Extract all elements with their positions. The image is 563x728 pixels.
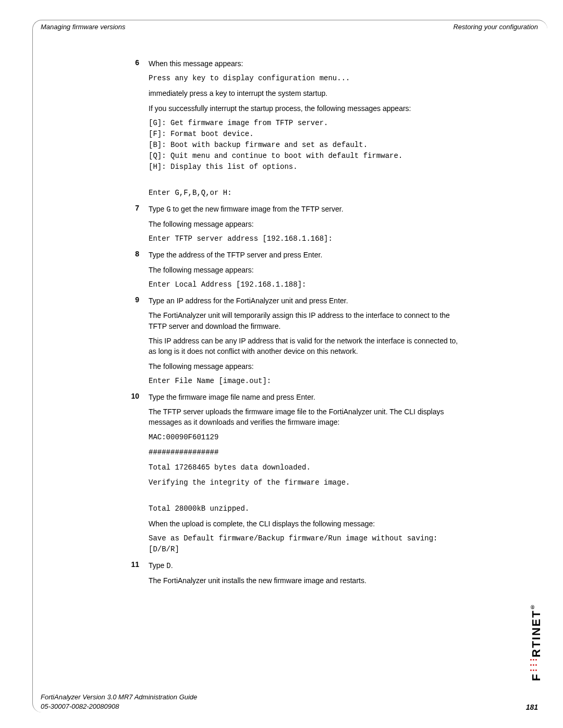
code-block: Total 17268465 bytes data downloaded. xyxy=(149,462,461,473)
step: 9Type an IP address for the FortiAnalyze… xyxy=(128,295,461,391)
paragraph: The following message appears: xyxy=(149,219,461,229)
footer-guide-title: FortiAnalyzer Version 3.0 MR7 Administra… xyxy=(41,693,538,702)
step-body: Type G to get the new firmware image fro… xyxy=(149,204,461,249)
paragraph: When this message appears: xyxy=(149,58,461,69)
paragraph: The following message appears: xyxy=(149,361,461,372)
code-block: Total 28000kB unzipped. xyxy=(149,492,461,514)
step-body: Type the address of the TFTP server and … xyxy=(149,250,461,294)
step: 10Type the firmware image file name and … xyxy=(128,392,461,559)
step: 8Type the address of the TFTP server and… xyxy=(128,250,461,294)
paragraph: Type the address of the TFTP server and … xyxy=(149,250,461,260)
paragraph: Type D. xyxy=(149,560,461,571)
paragraph: The following message appears: xyxy=(149,265,461,275)
footer: FortiAnalyzer Version 3.0 MR7 Administra… xyxy=(41,693,538,711)
step-number: 10 xyxy=(128,392,149,559)
step-number: 6 xyxy=(128,58,149,203)
code-block: Enter File Name [image.out]: xyxy=(149,376,461,387)
paragraph: The FortiAnalyzer unit will temporarily … xyxy=(149,310,461,331)
code-block: [G]: Get firmware image from TFTP server… xyxy=(149,118,461,172)
code-block: Save as Default firmware/Backup firmware… xyxy=(149,533,461,555)
paragraph: The TFTP server uploads the firmware ima… xyxy=(149,406,461,428)
step-body: Type an IP address for the FortiAnalyzer… xyxy=(149,295,461,391)
code-block: Verifying the integrity of the firmware … xyxy=(149,477,461,488)
inline-code: D xyxy=(166,562,170,570)
code-block: Enter G,F,B,Q,or H: xyxy=(149,177,461,199)
header-right: Restoring your configuration xyxy=(453,23,538,31)
footer-doc-id: 05-30007-0082-20080908 xyxy=(41,702,538,711)
paragraph: If you successfully interrupt the startu… xyxy=(149,103,461,114)
inline-code: G xyxy=(166,205,170,214)
paragraph: Type the firmware image file name and pr… xyxy=(149,392,461,402)
step: 7Type G to get the new firmware image fr… xyxy=(128,204,461,249)
step: 6When this message appears:Press any key… xyxy=(128,58,461,203)
step-number: 11 xyxy=(128,560,149,590)
step-number: 9 xyxy=(128,295,149,391)
step-number: 7 xyxy=(128,204,149,249)
code-block: MAC:00090F601129 xyxy=(149,432,461,443)
paragraph: The FortiAnalyzer unit installs the new … xyxy=(149,575,461,586)
fortinet-logo: F▪▪▪▪▪▪▪▪▪RTINET® xyxy=(530,603,543,681)
code-block: Enter TFTP server address [192.168.1.168… xyxy=(149,233,461,244)
code-block: ################ xyxy=(149,447,461,458)
step-body: Type D.The FortiAnalyzer unit installs t… xyxy=(149,560,461,590)
header-left: Managing firmware versions xyxy=(41,23,126,31)
step-number: 8 xyxy=(128,250,149,294)
content-area: 6When this message appears:Press any key… xyxy=(128,58,461,591)
code-block: Press any key to display configuration m… xyxy=(149,73,461,84)
paragraph: Type G to get the new firmware image fro… xyxy=(149,204,461,215)
page-number: 181 xyxy=(526,703,538,711)
step: 11Type D.The FortiAnalyzer unit installs… xyxy=(128,560,461,590)
paragraph: This IP address can be any IP address th… xyxy=(149,336,461,357)
step-body: When this message appears:Press any key … xyxy=(149,58,461,203)
paragraph: When the upload is complete, the CLI dis… xyxy=(149,519,461,529)
paragraph: immediately press a key to interrupt the… xyxy=(149,88,461,98)
step-body: Type the firmware image file name and pr… xyxy=(149,392,461,559)
code-block: Enter Local Address [192.168.1.188]: xyxy=(149,279,461,290)
paragraph: Type an IP address for the FortiAnalyzer… xyxy=(149,295,461,306)
